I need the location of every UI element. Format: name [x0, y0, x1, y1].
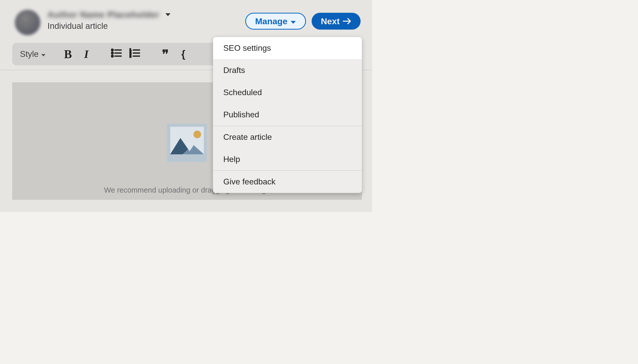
image-placeholder-icon	[167, 124, 207, 163]
caret-down-icon	[165, 13, 171, 18]
svg-point-15	[193, 131, 201, 138]
next-button[interactable]: Next	[312, 13, 361, 30]
bullet-list-button[interactable]	[108, 46, 124, 62]
bold-icon: B	[64, 47, 72, 61]
style-label: Style	[20, 49, 39, 59]
author-avatar[interactable]	[15, 10, 40, 35]
menu-item-seo-settings[interactable]: SEO settings	[213, 37, 362, 59]
author-selector[interactable]: Author Name Placeholder	[47, 10, 171, 20]
menu-item-published[interactable]: Published	[213, 104, 362, 126]
author-block: Author Name Placeholder Individual artic…	[15, 10, 171, 35]
author-name: Author Name Placeholder	[47, 10, 160, 20]
manage-button-label: Manage	[255, 16, 288, 26]
svg-point-1	[112, 49, 113, 51]
blockquote-icon: ❜❜	[162, 47, 168, 61]
caret-down-icon	[41, 49, 46, 59]
caret-down-icon	[290, 16, 296, 26]
menu-item-drafts[interactable]: Drafts	[213, 59, 362, 81]
bold-button[interactable]: B	[60, 46, 76, 62]
bullet-list-icon	[111, 48, 122, 60]
style-dropdown[interactable]: Style	[20, 49, 46, 59]
editor-header: Author Name Placeholder Individual artic…	[0, 0, 372, 43]
svg-text:2: 2	[129, 51, 131, 55]
svg-text:3: 3	[129, 55, 131, 58]
header-actions: Manage Next	[245, 13, 361, 30]
numbered-list-icon: 1 2 3	[129, 48, 140, 60]
italic-button[interactable]: I	[78, 46, 94, 62]
code-icon: {	[181, 48, 186, 60]
blockquote-button[interactable]: ❜❜	[157, 46, 173, 62]
svg-point-2	[112, 52, 113, 54]
manage-dropdown-menu: SEO settings Drafts Scheduled Published …	[213, 37, 362, 193]
menu-item-give-feedback[interactable]: Give feedback	[213, 171, 362, 193]
menu-item-create-article[interactable]: Create article	[213, 126, 362, 148]
article-type-label: Individual article	[47, 21, 171, 31]
manage-button[interactable]: Manage	[245, 13, 306, 30]
code-block-button[interactable]: {	[175, 46, 191, 62]
svg-point-3	[112, 55, 113, 57]
menu-item-help[interactable]: Help	[213, 148, 362, 170]
menu-item-scheduled[interactable]: Scheduled	[213, 81, 362, 104]
numbered-list-button[interactable]: 1 2 3	[127, 46, 143, 62]
italic-icon: I	[84, 48, 89, 61]
arrow-right-icon	[343, 16, 351, 26]
next-button-label: Next	[321, 16, 340, 26]
